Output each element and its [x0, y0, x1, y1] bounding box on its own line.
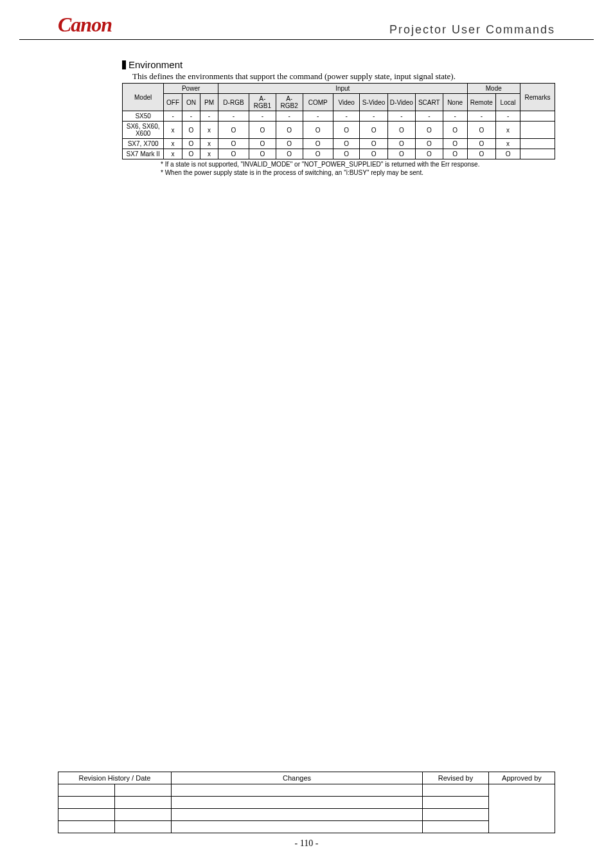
note-1: * If a state is not supported, "INVALID_…	[122, 161, 555, 168]
table-cell: O	[333, 139, 360, 149]
document-title: Projector User Commands	[389, 23, 555, 37]
table-cell: x	[164, 122, 182, 139]
th-video: Video	[333, 94, 360, 111]
table-cell: -	[360, 111, 387, 122]
table-cell: O	[360, 149, 387, 159]
table-cell: O	[276, 139, 303, 149]
th-on: ON	[182, 94, 200, 111]
table-cell: O	[387, 149, 415, 159]
table-cell	[520, 122, 555, 139]
table-cell: O	[387, 139, 415, 149]
th-argb1: A-RGB1	[249, 94, 276, 111]
table-cell: SX6, SX60, X600	[123, 122, 164, 139]
th-changes: Changes	[172, 772, 423, 784]
table-cell: O	[303, 149, 333, 159]
rev-cell	[115, 809, 172, 821]
table-cell: O	[218, 122, 249, 139]
table-cell: O	[415, 139, 443, 149]
rev-cell	[423, 809, 489, 821]
table-row: SX7, X700xOxOOOOOOOOOOx	[123, 139, 555, 149]
table-cell: O	[218, 139, 249, 149]
th-none: None	[443, 94, 467, 111]
th-scart: SCART	[415, 94, 443, 111]
rev-cell	[423, 784, 489, 797]
th-local: Local	[496, 94, 520, 111]
th-comp: COMP	[303, 94, 333, 111]
rev-cell	[172, 809, 423, 821]
table-cell: O	[303, 122, 333, 139]
th-drgb: D-RGB	[218, 94, 249, 111]
table-cell: O	[443, 139, 467, 149]
section-bar-icon	[122, 60, 126, 69]
th-dvideo: D-Video	[387, 94, 415, 111]
table-row: SX6, SX60, X600xOxOOOOOOOOOOx	[123, 122, 555, 139]
th-pm: PM	[200, 94, 218, 111]
table-cell: -	[467, 111, 496, 122]
table-cell: x	[200, 122, 218, 139]
th-remote: Remote	[467, 94, 496, 111]
table-cell: O	[360, 122, 387, 139]
canon-logo: Canon	[58, 13, 112, 37]
table-cell: O	[443, 149, 467, 159]
th-argb2: A-RGB2	[276, 94, 303, 111]
table-cell: -	[276, 111, 303, 122]
table-cell	[520, 139, 555, 149]
table-cell: -	[496, 111, 520, 122]
table-cell: O	[333, 122, 360, 139]
table-cell: x	[164, 139, 182, 149]
table-cell: O	[467, 139, 496, 149]
rev-cell	[115, 797, 172, 809]
rev-cell	[115, 784, 172, 797]
table-cell: SX7, X700	[123, 139, 164, 149]
table-cell: -	[218, 111, 249, 122]
th-off: OFF	[164, 94, 182, 111]
page-number: - 110 -	[58, 838, 555, 849]
table-cell: x	[496, 139, 520, 149]
table-cell: O	[249, 122, 276, 139]
table-cell: O	[249, 149, 276, 159]
table-cell: -	[333, 111, 360, 122]
table-cell: O	[182, 149, 200, 159]
th-remarks: Remarks	[520, 84, 555, 111]
th-svideo: S-Video	[360, 94, 387, 111]
rev-cell	[58, 809, 115, 821]
table-cell	[520, 111, 555, 122]
table-cell: O	[303, 139, 333, 149]
table-cell: x	[200, 139, 218, 149]
rev-cell	[489, 784, 555, 833]
rev-cell	[58, 797, 115, 809]
table-cell: -	[164, 111, 182, 122]
table-cell: O	[218, 149, 249, 159]
note-2: * When the power supply state is in the …	[122, 169, 555, 176]
table-cell: O	[387, 122, 415, 139]
table-cell: O	[467, 149, 496, 159]
table-cell: O	[415, 122, 443, 139]
th-approved-by: Approved by	[489, 772, 555, 784]
table-cell: SX50	[123, 111, 164, 122]
table-cell: O	[496, 149, 520, 159]
table-cell: O	[360, 139, 387, 149]
rev-cell	[423, 797, 489, 809]
table-cell: -	[387, 111, 415, 122]
table-cell: -	[249, 111, 276, 122]
table-cell	[520, 149, 555, 159]
table-cell: x	[164, 149, 182, 159]
rev-cell	[58, 784, 115, 797]
table-cell: O	[467, 122, 496, 139]
rev-cell	[172, 784, 423, 797]
table-cell: -	[200, 111, 218, 122]
table-cell: O	[182, 139, 200, 149]
th-model: Model	[123, 84, 164, 111]
environment-table: Model Power Input Mode Remarks OFF ON PM…	[122, 83, 555, 159]
table-cell: O	[249, 139, 276, 149]
revision-table: Revision History / Date Changes Revised …	[58, 772, 555, 833]
table-cell: -	[303, 111, 333, 122]
th-power: Power	[164, 84, 218, 94]
section-title-text: Environment	[129, 59, 182, 70]
rev-cell	[58, 821, 115, 833]
section-intro: This defines the environments that suppo…	[132, 71, 555, 82]
table-cell: x	[200, 149, 218, 159]
th-input: Input	[218, 84, 468, 94]
table-row: SX50--------------	[123, 111, 555, 122]
table-cell: O	[333, 149, 360, 159]
